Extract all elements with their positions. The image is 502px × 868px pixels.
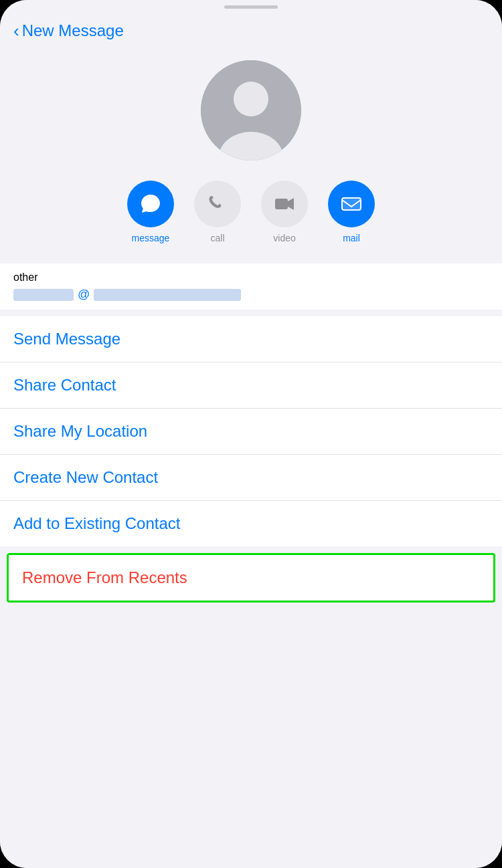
svg-point-1 (234, 82, 268, 116)
action-message[interactable]: message (127, 181, 174, 243)
mail-label: mail (343, 233, 360, 243)
action-call[interactable]: call (194, 181, 241, 243)
message-icon (139, 193, 162, 215)
send-message-item[interactable]: Send Message (0, 316, 502, 362)
share-contact-item[interactable]: Share Contact (0, 362, 502, 409)
content-area: message call (0, 47, 502, 868)
avatar-silhouette (201, 60, 301, 160)
mail-button[interactable] (328, 181, 375, 227)
action-video[interactable]: video (261, 181, 308, 243)
email-blur-right (94, 289, 241, 301)
svg-rect-3 (275, 199, 288, 209)
call-button[interactable] (194, 181, 241, 227)
status-bar (0, 0, 502, 13)
message-label: message (132, 233, 170, 243)
share-location-item[interactable]: Share My Location (0, 409, 502, 455)
video-button[interactable] (261, 181, 308, 227)
add-existing-item[interactable]: Add to Existing Contact (0, 501, 502, 546)
info-email[interactable]: @ (0, 286, 502, 310)
contact-section: message call (0, 47, 502, 263)
nav-bar: ‹ New Message (0, 13, 502, 47)
video-icon (273, 193, 296, 215)
call-label: call (210, 233, 224, 243)
call-icon (206, 193, 229, 215)
action-mail[interactable]: mail (328, 181, 375, 243)
message-button[interactable] (127, 181, 174, 227)
phone-frame: ‹ New Message (0, 0, 502, 868)
remove-from-recents-button[interactable]: Remove From Recents (9, 555, 493, 601)
drag-handle (224, 5, 278, 9)
create-contact-item[interactable]: Create New Contact (0, 455, 502, 501)
email-blur-left (13, 289, 74, 301)
menu-list: Send Message Share Contact Share My Loca… (0, 316, 502, 546)
action-buttons: message call (0, 181, 502, 257)
mail-icon (340, 193, 363, 215)
back-button[interactable]: ‹ New Message (13, 21, 124, 40)
video-label: video (273, 233, 295, 243)
avatar (201, 60, 301, 160)
email-at-symbol: @ (78, 288, 90, 302)
remove-section: Remove From Recents (7, 553, 495, 603)
info-category: other (0, 263, 502, 286)
back-chevron-icon: ‹ (13, 22, 19, 39)
info-section: other @ (0, 263, 502, 310)
back-label: New Message (22, 21, 124, 40)
svg-rect-4 (342, 198, 361, 210)
